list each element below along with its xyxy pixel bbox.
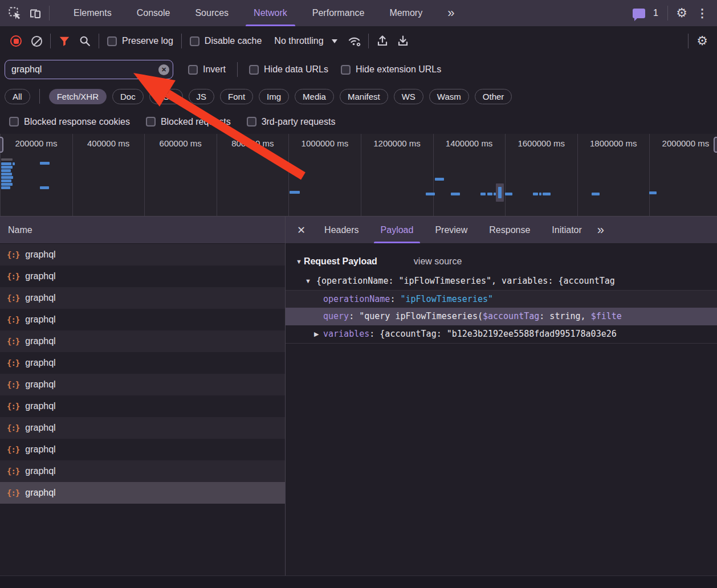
request-waterfall-bar bbox=[487, 193, 492, 195]
invert-checkbox[interactable] bbox=[188, 65, 198, 75]
chip-wasm[interactable]: Wasm bbox=[429, 89, 469, 104]
more-panels-icon[interactable]: » bbox=[439, 0, 461, 26]
tab-console[interactable]: Console bbox=[129, 0, 178, 26]
download-icon bbox=[396, 34, 410, 48]
throttling-dropdown[interactable]: No throttling bbox=[274, 36, 337, 46]
hide-data-urls-control[interactable]: Hide data URLs bbox=[249, 64, 328, 75]
payload-line[interactable]: ▶variables: {accountTag: "b12e3b2192ee55… bbox=[286, 325, 717, 343]
network-settings-button[interactable]: ⚙ bbox=[692, 31, 712, 51]
request-name: graphql bbox=[25, 250, 55, 260]
preserve-log-checkbox[interactable] bbox=[107, 36, 117, 46]
settings-gear-icon[interactable]: ⚙ bbox=[671, 3, 692, 23]
table-row[interactable]: {:}graphql bbox=[0, 482, 285, 504]
chip-img[interactable]: Img bbox=[259, 89, 289, 104]
table-row[interactable]: {:}graphql bbox=[0, 287, 285, 309]
request-name: graphql bbox=[25, 293, 55, 303]
tab-network[interactable]: Network bbox=[246, 0, 295, 26]
search-button[interactable] bbox=[75, 31, 95, 51]
payload-line[interactable]: query: "query ipFlowTimeseries($accountT… bbox=[286, 308, 717, 325]
divider bbox=[181, 34, 182, 48]
overview-left-handle[interactable] bbox=[0, 137, 3, 153]
tab-sources[interactable]: Sources bbox=[187, 0, 237, 26]
chip-fetchxhr[interactable]: Fetch/XHR bbox=[49, 89, 107, 104]
table-row[interactable]: {:}graphql bbox=[0, 330, 285, 352]
json-braces-icon: {:} bbox=[7, 315, 19, 324]
tab-memory[interactable]: Memory bbox=[381, 0, 430, 26]
blocked-response-cookies-control[interactable]: Blocked response cookies bbox=[9, 117, 130, 127]
chip-font[interactable]: Font bbox=[220, 89, 253, 104]
tab-elements[interactable]: Elements bbox=[66, 0, 120, 26]
record-network-log-button[interactable] bbox=[6, 31, 26, 51]
import-har-button[interactable] bbox=[372, 31, 393, 51]
name-column-header[interactable]: Name bbox=[0, 217, 285, 244]
kebab-menu-icon[interactable]: ⋮ bbox=[692, 3, 712, 23]
details-tab-headers[interactable]: Headers bbox=[317, 217, 365, 243]
preserve-log-control[interactable]: Preserve log bbox=[107, 36, 173, 46]
device-toolbar-icon[interactable] bbox=[25, 3, 46, 23]
json-braces-icon: {:} bbox=[7, 293, 19, 303]
chip-js[interactable]: JS bbox=[189, 89, 215, 104]
chip-ws[interactable]: WS bbox=[394, 89, 423, 104]
close-details-icon[interactable]: ✕ bbox=[297, 224, 305, 236]
tab-label: Memory bbox=[389, 8, 422, 18]
json-braces-icon: {:} bbox=[7, 250, 19, 259]
payload-tree: ▼{operationName: "ipFlowTimeseries", var… bbox=[286, 272, 717, 343]
tab-performance[interactable]: Performance bbox=[304, 0, 373, 26]
network-conditions-button[interactable] bbox=[344, 31, 365, 51]
clear-filter-icon[interactable]: ✕ bbox=[158, 64, 169, 75]
issues-icon[interactable] bbox=[629, 3, 649, 23]
details-tab-response[interactable]: Response bbox=[482, 217, 537, 243]
view-source-link[interactable]: view source bbox=[414, 256, 462, 267]
checkbox-icon[interactable] bbox=[146, 117, 156, 126]
payload-line[interactable]: operationName: "ipFlowTimeseries" bbox=[286, 290, 717, 308]
table-row[interactable]: {:}graphql bbox=[0, 352, 285, 374]
expanded-triangle-icon[interactable]: ▼ bbox=[305, 272, 311, 290]
collapsed-triangle-icon[interactable]: ▶ bbox=[314, 325, 319, 343]
blocked-requests-control[interactable]: Blocked requests bbox=[146, 117, 231, 127]
hide-data-urls-checkbox[interactable] bbox=[249, 65, 259, 75]
checkbox-icon[interactable] bbox=[247, 117, 256, 126]
table-row[interactable]: {:}graphql bbox=[0, 374, 285, 395]
chip-doc[interactable]: Doc bbox=[112, 89, 144, 104]
hide-extension-urls-control[interactable]: Hide extension URLs bbox=[341, 64, 441, 75]
details-tab-initiator[interactable]: Initiator bbox=[545, 217, 588, 243]
chip-other[interactable]: Other bbox=[475, 89, 512, 104]
table-row[interactable]: {:}graphql bbox=[0, 395, 285, 417]
overview-right-handle[interactable] bbox=[714, 137, 717, 153]
more-tabs-icon[interactable]: » bbox=[597, 223, 603, 238]
table-row[interactable]: {:}graphql bbox=[0, 266, 285, 287]
details-tab-preview[interactable]: Preview bbox=[428, 217, 474, 243]
payload-line[interactable]: ▼{operationName: "ipFlowTimeseries", var… bbox=[286, 272, 717, 290]
kebab-glyph: ⋮ bbox=[696, 6, 708, 20]
table-row[interactable]: {:}graphql bbox=[0, 460, 285, 482]
hide-extension-urls-checkbox[interactable] bbox=[341, 65, 351, 75]
disable-cache-control[interactable]: Disable cache bbox=[190, 36, 262, 46]
table-row[interactable]: {:}graphql bbox=[0, 244, 285, 266]
request-name: graphql bbox=[25, 315, 55, 325]
chip-css[interactable]: CSS bbox=[149, 89, 183, 104]
chip-manifest[interactable]: Manifest bbox=[340, 89, 388, 104]
filter-button[interactable] bbox=[54, 31, 75, 51]
clear-icon bbox=[31, 36, 42, 47]
network-overview[interactable]: 200000 ms400000 ms600000 ms800000 ms1000… bbox=[0, 134, 717, 217]
bottom-strip bbox=[0, 575, 717, 588]
3rd-party-requests-control[interactable]: 3rd-party requests bbox=[247, 117, 336, 127]
json-braces-icon: {:} bbox=[7, 402, 19, 411]
devtools-tabs: ElementsConsoleSourcesNetworkPerformance… bbox=[61, 0, 466, 26]
chip-all[interactable]: All bbox=[5, 89, 30, 104]
details-tab-payload[interactable]: Payload bbox=[374, 217, 421, 243]
checkbox-icon[interactable] bbox=[9, 117, 19, 126]
filter-input-wrap: ✕ bbox=[5, 60, 173, 79]
filter-text-input[interactable] bbox=[5, 60, 173, 79]
disable-cache-checkbox[interactable] bbox=[190, 36, 199, 46]
table-row[interactable]: {:}graphql bbox=[0, 309, 285, 330]
table-row[interactable]: {:}graphql bbox=[0, 417, 285, 439]
disable-cache-label: Disable cache bbox=[205, 36, 262, 46]
invert-control[interactable]: Invert bbox=[188, 64, 226, 75]
payload-section-header[interactable]: ▼ Request Payload view source bbox=[286, 251, 717, 272]
chip-media[interactable]: Media bbox=[295, 89, 334, 104]
inspect-element-icon[interactable] bbox=[5, 3, 25, 23]
export-har-button[interactable] bbox=[393, 31, 413, 51]
clear-network-log-button[interactable] bbox=[26, 31, 47, 51]
table-row[interactable]: {:}graphql bbox=[0, 439, 285, 460]
